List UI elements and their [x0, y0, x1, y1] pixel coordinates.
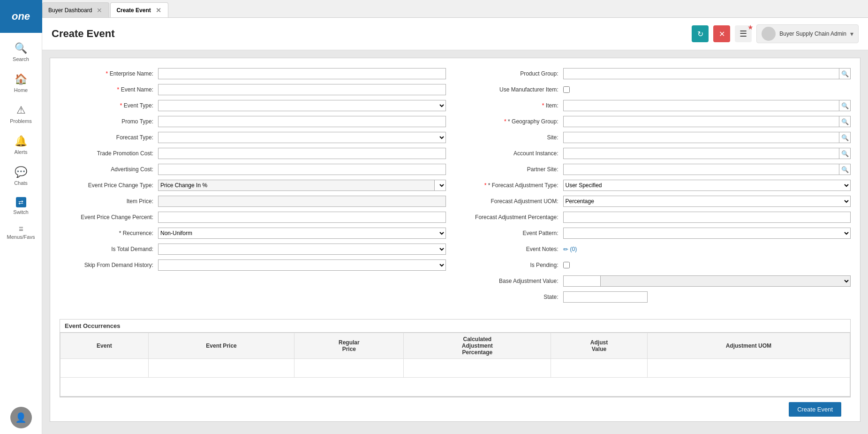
forecast-type-select[interactable] — [158, 132, 446, 143]
partner-site-search-btn[interactable]: 🔍 — [839, 164, 851, 175]
col-adjust-value: AdjustValue — [551, 333, 647, 359]
event-notes-edit-icon[interactable]: ✏ — [563, 246, 568, 253]
sidebar-item-home[interactable]: 🏠 Home — [0, 68, 42, 99]
account-instance-input[interactable] — [563, 148, 840, 159]
forecast-adj-pct-row: Forecast Adjustment Percentage: — [465, 211, 851, 223]
account-instance-field: 🔍 — [563, 148, 851, 159]
is-total-demand-row: Is Total Demand: — [60, 243, 446, 255]
item-price-input[interactable] — [158, 196, 446, 207]
sidebar-label-chats: Chats — [14, 180, 28, 186]
tab-create-event[interactable]: Create Event ✕ — [110, 2, 168, 17]
col-adjustment-uom: Adjustment UOM — [647, 333, 850, 359]
forecast-type-label: Forecast Type: — [60, 134, 158, 141]
sidebar-item-problems[interactable]: ⚠ Problems — [0, 99, 42, 129]
partner-site-label: Partner Site: — [465, 166, 563, 173]
sidebar-label-alerts: Alerts — [14, 149, 27, 155]
use-manufacturer-checkbox[interactable] — [563, 86, 570, 93]
sidebar-item-alerts[interactable]: 🔔 Alerts — [0, 129, 42, 160]
recurrence-select[interactable]: Non-Uniform — [158, 228, 446, 239]
close-button[interactable]: ✕ — [713, 25, 730, 42]
account-instance-search-btn[interactable]: 🔍 — [839, 148, 851, 159]
item-input[interactable] — [563, 100, 840, 111]
table-row — [60, 359, 850, 378]
event-occurrences-title: Event Occurrences — [60, 320, 850, 333]
geography-group-search-btn[interactable]: 🔍 — [839, 116, 851, 127]
base-adj-value-label: Base Adjustment Value: — [465, 278, 563, 284]
col-regular-price: RegularPrice — [294, 333, 404, 359]
event-occurrences-section: Event Occurrences Event Event Price Regu… — [60, 319, 851, 397]
form-footer: Create Event — [60, 397, 851, 421]
enterprise-name-input[interactable] — [158, 68, 446, 79]
search-icon: 🔍 — [15, 42, 27, 54]
geography-group-input[interactable] — [563, 116, 840, 127]
sidebar-item-switch[interactable]: ⇄ Switch — [0, 191, 42, 221]
base-adj-value-select[interactable] — [601, 275, 851, 287]
price-change-pct-input[interactable] — [158, 212, 446, 223]
partner-site-input[interactable] — [563, 164, 840, 175]
use-manufacturer-row: Use Manufacturer Item: — [465, 84, 851, 96]
product-group-label: Product Group: — [465, 70, 563, 77]
tab-close-buyer-dashboard[interactable]: ✕ — [96, 7, 103, 14]
event-pattern-select[interactable] — [563, 228, 851, 239]
geography-group-label: * * Geography Group: — [465, 118, 563, 125]
sidebar: one 🔍 Search 🏠 Home ⚠ Problems 🔔 Alerts … — [0, 0, 42, 434]
sidebar-item-menus[interactable]: ☰ Menus/Favs — [0, 221, 42, 245]
col-event-price: Event Price — [148, 333, 294, 359]
product-group-search-btn[interactable]: 🔍 — [839, 68, 851, 79]
event-name-input[interactable] — [158, 84, 446, 95]
user-area[interactable]: Buyer Supply Chain Admin ▾ — [756, 24, 859, 43]
form-right-section: Product Group: 🔍 Use Manufacturer Item: — [465, 68, 851, 312]
refresh-button[interactable]: ↻ — [692, 25, 709, 42]
site-input[interactable] — [563, 132, 840, 143]
item-search-btn[interactable]: 🔍 — [839, 100, 851, 111]
price-change-type-input[interactable] — [158, 180, 435, 191]
occ-calc-adj-pct-cell — [404, 359, 551, 378]
form-left-section: * Enterprise Name: * Event Name: — [60, 68, 446, 312]
site-row: Site: 🔍 — [465, 131, 851, 144]
forecast-adj-uom-select[interactable]: Percentage — [563, 196, 851, 207]
event-pattern-row: Event Pattern: — [465, 227, 851, 239]
promo-type-input[interactable] — [158, 116, 446, 127]
forecast-adj-type-select[interactable]: User Specified — [563, 180, 851, 191]
sidebar-label-problems: Problems — [10, 118, 31, 124]
is-total-demand-select[interactable] — [158, 244, 446, 255]
menu-button[interactable]: ☰ ★ — [735, 25, 752, 42]
avatar-icon: 👤 — [15, 412, 27, 423]
sidebar-label-switch: Switch — [13, 209, 28, 215]
is-pending-row: Is Pending: — [465, 259, 851, 271]
page-header: Create Event ↻ ✕ ☰ ★ Buyer Supply Chain … — [42, 18, 868, 50]
user-avatar[interactable]: 👤 — [10, 407, 32, 428]
menus-icon: ☰ — [19, 226, 23, 232]
sidebar-item-chats[interactable]: 💬 Chats — [0, 160, 42, 191]
create-event-button[interactable]: Create Event — [789, 402, 841, 417]
trade-promo-cost-input[interactable] — [158, 148, 446, 159]
advertising-cost-input[interactable] — [158, 164, 446, 175]
price-change-pct-label: Event Price Change Percent: — [60, 214, 158, 221]
geography-group-field: 🔍 — [563, 116, 851, 127]
app-logo[interactable]: one — [0, 0, 42, 33]
sidebar-item-search[interactable]: 🔍 Search — [0, 37, 42, 68]
tab-buyer-dashboard[interactable]: Buyer Dashboard ✕ — [42, 2, 109, 17]
enterprise-required: * — [106, 70, 110, 77]
account-instance-row: Account Instance: 🔍 — [465, 147, 851, 160]
partner-site-field: 🔍 — [563, 164, 851, 175]
item-price-label: Item Price: — [60, 198, 158, 205]
price-change-type-dropdown[interactable] — [435, 180, 446, 191]
tab-close-create-event[interactable]: ✕ — [155, 7, 162, 14]
price-change-type-row: Event Price Change Type: — [60, 179, 446, 191]
event-type-select[interactable] — [158, 100, 446, 111]
is-pending-checkbox[interactable] — [563, 262, 570, 268]
forecast-adj-pct-input[interactable] — [563, 212, 851, 223]
state-row: State: — [465, 291, 851, 303]
occ-event-cell — [60, 359, 149, 378]
product-group-input[interactable] — [563, 68, 840, 79]
price-change-type-label: Event Price Change Type: — [60, 182, 158, 189]
content-area: * Enterprise Name: * Event Name: — [42, 50, 868, 434]
base-adj-value-input[interactable] — [563, 275, 601, 287]
table-row — [60, 378, 850, 396]
state-input[interactable] — [563, 291, 648, 303]
site-search-btn[interactable]: 🔍 — [839, 132, 851, 143]
event-name-label: * Event Name: — [60, 86, 158, 93]
skip-from-demand-select[interactable] — [158, 259, 446, 271]
tab-bar: Buyer Dashboard ✕ Create Event ✕ — [42, 0, 868, 18]
